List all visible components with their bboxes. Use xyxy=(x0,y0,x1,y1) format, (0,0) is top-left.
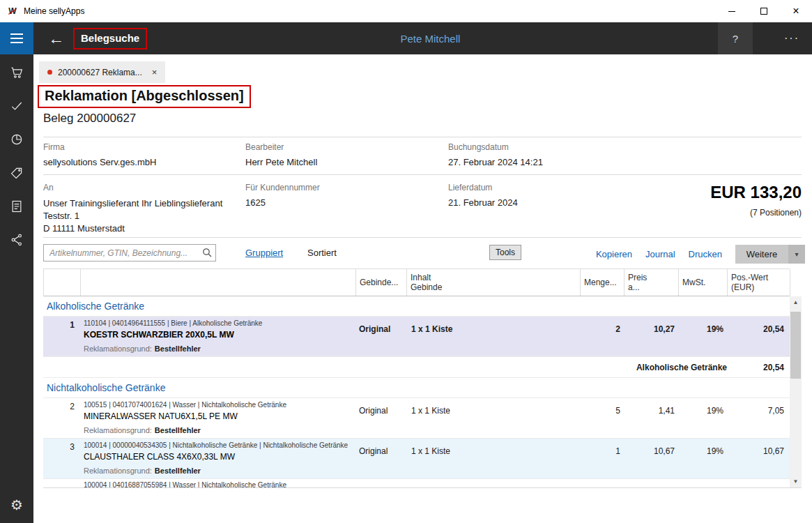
group-header-nichtalkoholisch: Nichtalkoholische Getränke xyxy=(43,378,790,398)
cell-gebinde: Original xyxy=(355,317,406,341)
field-firma: Firma sellysolutions Serv.ges.mbH xyxy=(43,142,156,167)
article-name: KOESTR SCHWARZBIER 20X0,5L MW xyxy=(84,330,355,340)
field-lieferdatum: Lieferdatum 21. Februar 2024 xyxy=(448,183,518,208)
tab-document[interactable]: 200000627 Reklama... × xyxy=(39,61,165,83)
unsaved-dot-icon xyxy=(47,70,52,75)
search-icon[interactable] xyxy=(202,248,212,257)
article-meta: 110104 | 04014964111555 | Biere | Alkoho… xyxy=(84,319,355,327)
col-header-gebinde[interactable]: Gebinde... xyxy=(356,269,407,296)
settings-button[interactable]: ⚙ xyxy=(0,488,33,522)
search-input[interactable] xyxy=(43,244,216,262)
more-options-button[interactable]: ··· xyxy=(784,22,799,54)
cell-menge: 1 xyxy=(580,439,624,463)
close-button[interactable]: × xyxy=(780,0,812,22)
reason-label: Reklamationsgrund: xyxy=(84,467,152,475)
field-value: 21. Februar 2024 xyxy=(448,197,518,208)
cell-gebinde: Original xyxy=(355,398,406,423)
field-label: Bearbeiter xyxy=(245,142,317,152)
col-header-number[interactable] xyxy=(44,269,81,296)
field-label: Firma xyxy=(43,142,156,152)
article-meta: 100515 | 04017074001624 | Wasser | Nicht… xyxy=(84,401,355,409)
positions-count: (7 Positionen) xyxy=(750,208,802,218)
maximize-button[interactable] xyxy=(748,0,780,22)
row-number xyxy=(43,479,80,487)
group-header-alkoholisch: Alkoholische Getränke xyxy=(43,296,790,317)
field-value: sellysolutions Serv.ges.mbH xyxy=(43,157,156,167)
table-row[interactable]: 3 100014 | 00000040534305 | Nichtalkohol… xyxy=(43,439,790,463)
field-value: Unser Trainingslieferant Ihr Lieblingsli… xyxy=(43,197,222,235)
document-number: Beleg 200000627 xyxy=(43,112,136,126)
cell-preis: 10,27 xyxy=(624,317,678,341)
field-kundennummer: Für Kundennummer 1625 xyxy=(245,183,320,208)
cell-mwst: 19% xyxy=(678,439,727,463)
hamburger-icon xyxy=(10,33,23,35)
field-label: Lieferdatum xyxy=(448,183,518,192)
address-line: D 11111 Musterstadt xyxy=(43,222,222,235)
breadcrumb[interactable]: Belegsuche xyxy=(81,32,139,44)
reason-label: Reklamationsgrund: xyxy=(84,344,152,353)
kopieren-link[interactable]: Kopieren xyxy=(596,249,632,259)
article-name: MINERALWASSER NATU6X1,5L PE MW xyxy=(84,411,355,421)
cart-icon[interactable] xyxy=(0,56,33,89)
subtotal-label: Alkoholische Getränke xyxy=(636,363,727,372)
scroll-up-button[interactable]: ▲ xyxy=(790,296,802,308)
article-meta: 100014 | 00000040534305 | Nichtalkoholis… xyxy=(84,441,355,449)
pie-chart-icon[interactable] xyxy=(0,123,33,156)
group-subtotal-row: Alkoholische Getränke 20,54 xyxy=(43,357,790,378)
close-icon: × xyxy=(792,6,799,17)
tools-button[interactable]: Tools xyxy=(489,245,521,260)
field-buchungsdatum: Buchungsdatum 27. Februar 2024 14:21 xyxy=(448,142,543,167)
vertical-scrollbar[interactable]: ▲ ▼ xyxy=(790,296,802,487)
table-row[interactable]: 2 100515 | 04017074001624 | Wasser | Nic… xyxy=(43,398,790,423)
minimize-button[interactable] xyxy=(716,0,748,22)
article-meta: 100004 | 04016887055984 | Wasser | Nicht… xyxy=(84,481,355,487)
field-bearbeiter: Bearbeiter Herr Pete Mitchell xyxy=(245,142,317,167)
app-logo-icon: W xyxy=(7,6,18,16)
separator xyxy=(43,137,802,137)
table-row[interactable]: 1 110104 | 04014964111555 | Biere | Alko… xyxy=(43,317,790,341)
back-button[interactable]: ← xyxy=(48,31,64,47)
reason-value: Bestellfehler xyxy=(155,426,201,434)
row-number: 1 xyxy=(43,317,80,341)
tag-icon[interactable] xyxy=(0,156,33,190)
gruppiert-toggle[interactable]: Gruppiert xyxy=(245,248,283,258)
col-header-inhalt[interactable]: InhaltGebinde xyxy=(407,269,581,296)
col-header-description[interactable] xyxy=(81,269,356,296)
row-number: 3 xyxy=(43,439,80,463)
journal-link[interactable]: Journal xyxy=(645,249,675,259)
gear-icon: ⚙ xyxy=(10,498,23,512)
toolbar-actions: Kopieren Journal Drucken Weitere ▾ xyxy=(596,243,805,265)
cell-inhalt: 1 x 1 Kiste xyxy=(406,317,580,341)
check-icon[interactable] xyxy=(0,89,33,123)
col-header-menge[interactable]: Menge... xyxy=(581,269,625,296)
search-box xyxy=(43,244,216,262)
total-amount: EUR 133,20 xyxy=(710,183,802,202)
window-controls: × xyxy=(716,0,812,22)
sortiert-toggle[interactable]: Sortiert xyxy=(307,248,337,258)
reason-row: Reklamationsgrund: Bestellfehler xyxy=(43,341,790,357)
col-header-mwst[interactable]: MwSt. xyxy=(679,269,728,296)
user-name[interactable]: Pete Mitchell xyxy=(401,33,461,45)
cell-wert: 7,05 xyxy=(727,398,790,423)
hamburger-menu-button[interactable] xyxy=(0,22,33,54)
scroll-down-button[interactable]: ▼ xyxy=(790,476,802,487)
share-icon[interactable] xyxy=(0,223,33,257)
help-button[interactable]: ? xyxy=(718,22,753,54)
weitere-label: Weitere xyxy=(735,249,788,259)
title-annotation-box: Reklamation [Abgeschlossen] xyxy=(38,85,251,108)
table-row-partial[interactable]: 100004 | 04016887055984 | Wasser | Nicht… xyxy=(43,479,790,487)
cell-wert: 10,67 xyxy=(727,439,790,463)
scrollbar-thumb[interactable] xyxy=(790,312,801,379)
journal-icon[interactable] xyxy=(0,190,33,223)
field-value: Herr Pete Mitchell xyxy=(245,157,317,167)
weitere-dropdown-button[interactable]: Weitere ▾ xyxy=(735,245,805,264)
tab-label: 200000627 Reklama... xyxy=(58,68,142,77)
drucken-link[interactable]: Drucken xyxy=(689,249,722,259)
cell-mwst: 19% xyxy=(678,317,727,341)
tab-close-icon[interactable]: × xyxy=(152,68,158,77)
col-header-wert[interactable]: Pos.-Wert(EUR) xyxy=(728,269,790,296)
row-description: 100004 | 04016887055984 | Wasser | Nicht… xyxy=(80,479,355,487)
row-description: 100515 | 04017074001624 | Wasser | Nicht… xyxy=(80,398,355,423)
col-header-preis[interactable]: Preisa... xyxy=(625,269,679,296)
reason-label: Reklamationsgrund: xyxy=(84,426,152,434)
